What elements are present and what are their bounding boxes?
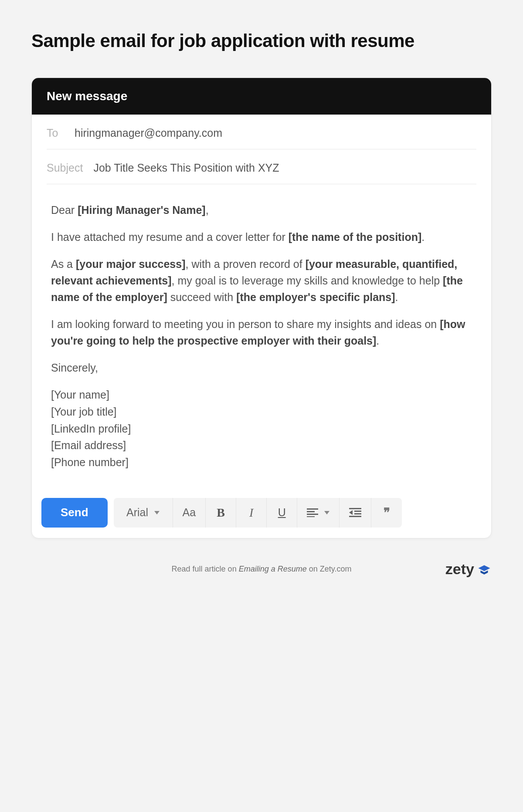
paragraph-3: I am looking forward to meeting you in p… [51, 316, 472, 349]
svg-rect-3 [307, 516, 315, 517]
text: , my goal is to leverage my skills and k… [172, 274, 443, 287]
font-family-button[interactable]: Arial [114, 498, 173, 528]
italic-button[interactable]: I [236, 498, 267, 528]
placeholder: [the name of the position] [289, 231, 422, 243]
subject-label: Subject [47, 162, 83, 174]
signoff: Sincerely, [51, 359, 472, 376]
brand-mark-icon [477, 562, 492, 576]
svg-rect-5 [354, 511, 361, 512]
brand-text: zety [445, 561, 474, 578]
text: I have attached my resume and a cover le… [51, 231, 289, 243]
greeting-line: Dear [Hiring Manager's Name], [51, 202, 472, 218]
paragraph-1: I have attached my resume and a cover le… [51, 229, 472, 245]
paragraph-2: As a [your major success], with a proven… [51, 256, 472, 305]
to-value: hiringmanager@company.com [75, 127, 222, 139]
svg-rect-6 [354, 513, 361, 514]
sig-title: [Your job title] [51, 406, 117, 418]
compose-window: New message To hiringmanager@company.com… [31, 78, 492, 538]
text: , with a proven record of [185, 258, 305, 270]
signature-block: [Your name] [Your job title] [LinkedIn p… [51, 386, 472, 471]
page-title: Sample email for job application with re… [31, 30, 492, 51]
font-size-button[interactable]: Aa [173, 498, 206, 528]
align-button[interactable] [297, 498, 340, 528]
svg-marker-9 [478, 565, 490, 572]
formatting-toolbar: Send Arial Aa B I U [32, 491, 491, 538]
sig-phone: [Phone number] [51, 456, 129, 468]
sig-linkedin: [LinkedIn profile] [51, 423, 131, 435]
text: . [376, 335, 379, 347]
underline-button[interactable]: U [267, 498, 297, 528]
svg-rect-2 [307, 514, 318, 515]
text: on Zety.com [307, 565, 352, 573]
quote-button[interactable]: ❞ [371, 498, 402, 528]
to-label: To [47, 127, 64, 139]
bold-button[interactable]: B [206, 498, 236, 528]
caret-down-icon [154, 511, 160, 514]
footer: Read full article on Emailing a Resume o… [31, 565, 492, 574]
sig-name: [Your name] [51, 389, 109, 401]
placeholder: [Hiring Manager's Name] [78, 204, 206, 216]
header-fields: To hiringmanager@company.com Subject Job… [32, 115, 491, 184]
indent-decrease-icon [349, 508, 361, 518]
svg-rect-0 [307, 508, 318, 510]
text: I am looking forward to meeting you in p… [51, 318, 440, 330]
email-body[interactable]: Dear [Hiring Manager's Name], I have att… [32, 184, 491, 491]
align-left-icon [307, 508, 318, 517]
footer-text: Read full article on Emailing a Resume o… [172, 565, 352, 574]
placeholder: [your major success] [76, 258, 186, 270]
to-row[interactable]: To hiringmanager@company.com [47, 115, 476, 149]
svg-rect-1 [307, 511, 315, 512]
text: succeed with [167, 291, 236, 303]
brand-logo: zety [445, 561, 492, 578]
toolbar-group: Arial Aa B I U [114, 498, 402, 528]
text: Dear [51, 204, 78, 216]
send-button[interactable]: Send [41, 498, 108, 528]
caret-down-icon [324, 511, 329, 514]
compose-header: New message [32, 78, 491, 115]
font-label: Arial [126, 506, 148, 519]
svg-rect-4 [349, 508, 361, 509]
subject-row[interactable]: Subject Job Title Seeks This Position wi… [47, 149, 476, 184]
sig-email: [Email address] [51, 439, 126, 451]
svg-marker-8 [349, 510, 353, 515]
text: , [206, 204, 209, 216]
article-link[interactable]: Emailing a Resume [239, 565, 307, 573]
subject-value: Job Title Seeks This Position with XYZ [93, 162, 279, 174]
text: Read full article on [172, 565, 239, 573]
text: As a [51, 258, 76, 270]
placeholder: [the employer's specific plans] [236, 291, 395, 303]
indent-decrease-button[interactable] [340, 498, 371, 528]
text: . [395, 291, 398, 303]
text: . [421, 231, 425, 243]
svg-rect-7 [349, 516, 361, 517]
